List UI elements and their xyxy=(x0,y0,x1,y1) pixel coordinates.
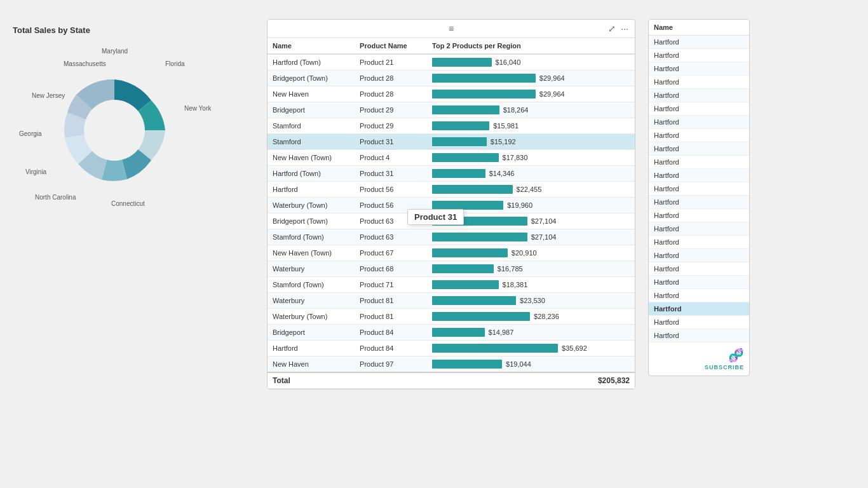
cell-product: Product 29 xyxy=(355,102,427,118)
list-item[interactable]: Hartford xyxy=(649,182,749,196)
cell-product: Product 56 xyxy=(355,182,427,198)
table-row: Waterbury (Town)Product 81$28,236 xyxy=(268,309,635,325)
cell-bar: $22,455 xyxy=(427,182,635,198)
label-northcarolina: North Carolina xyxy=(35,194,76,201)
cell-name: New Haven (Town) xyxy=(268,245,355,261)
cell-bar: $27,104 xyxy=(427,214,635,229)
cell-bar: $15,981 xyxy=(427,118,635,134)
label-massachusetts: Massachusetts xyxy=(64,60,106,67)
cell-product: Product 67 xyxy=(355,245,427,261)
label-newjersey: New Jersey xyxy=(32,92,65,99)
cell-name: New Haven xyxy=(268,356,355,373)
donut-hole xyxy=(84,100,145,161)
list-item[interactable]: Hartford xyxy=(649,116,749,129)
sidebar-list: HartfordHartfordHartfordHartfordHartford… xyxy=(649,36,749,342)
cell-name: Stamford (Town) xyxy=(268,277,355,293)
cell-bar: $16,040 xyxy=(427,54,635,71)
table-row: BridgeportProduct 84$14,987 xyxy=(268,325,635,341)
list-item[interactable]: Hartford xyxy=(649,36,749,49)
data-table: Name Product Name Top 2 Products per Reg… xyxy=(268,38,635,389)
table-row: StamfordProduct 29$15,981 xyxy=(268,118,635,134)
table-row: New HavenProduct 28$29,964 xyxy=(268,86,635,102)
list-item[interactable]: Hartford xyxy=(649,262,749,276)
list-item[interactable]: Hartford xyxy=(649,76,749,89)
list-item[interactable]: Hartford xyxy=(649,316,749,329)
cell-product: Product 29 xyxy=(355,118,427,134)
label-virginia: Virginia xyxy=(25,168,46,175)
donut-svg xyxy=(13,41,216,219)
list-item[interactable]: Hartford xyxy=(649,209,749,222)
expand-icon[interactable]: ⤢ xyxy=(608,24,616,34)
table-section: ≡ ⤢ ··· Name Product Name Top 2 Products… xyxy=(267,19,635,390)
list-item[interactable]: Hartford xyxy=(649,62,749,76)
list-item[interactable]: Hartford xyxy=(649,196,749,209)
right-sidebar: Name HartfordHartfordHartfordHartfordHar… xyxy=(648,19,750,376)
cell-name: Waterbury (Town) xyxy=(268,309,355,325)
cell-name: Waterbury (Town) xyxy=(268,198,355,214)
cell-product: Product 4 xyxy=(355,150,427,166)
table-row: New Haven (Town)Product 67$20,910 xyxy=(268,245,635,261)
total-value: $205,832 xyxy=(427,372,635,389)
donut-chart: Maryland Massachusetts New Jersey Georgi… xyxy=(13,41,216,219)
list-item[interactable]: Hartford xyxy=(649,249,749,262)
cell-product: Product 81 xyxy=(355,309,427,325)
label-florida: Florida xyxy=(165,60,185,67)
cell-bar: $23,530 xyxy=(427,293,635,309)
list-item[interactable]: Hartford xyxy=(649,89,749,102)
chart-title: Total Sales by State xyxy=(13,25,254,35)
cell-name: Bridgeport xyxy=(268,102,355,118)
table-row: HartfordProduct 56$22,455 xyxy=(268,182,635,198)
list-item[interactable]: Hartford xyxy=(649,222,749,236)
total-label: Total xyxy=(268,372,427,389)
table-content[interactable]: Name Product Name Top 2 Products per Reg… xyxy=(268,38,635,389)
cell-name: Waterbury xyxy=(268,293,355,309)
cell-name: Bridgeport xyxy=(268,325,355,341)
cell-product: Product 63 xyxy=(355,214,427,229)
list-item[interactable]: Hartford xyxy=(649,289,749,302)
cell-product: Product 68 xyxy=(355,261,427,277)
chart-section: Total Sales by State xyxy=(13,19,254,219)
table-row: Bridgeport (Town)Product 28$29,964 xyxy=(268,71,635,86)
label-newyork: New York xyxy=(184,105,211,112)
cell-bar: $19,960 xyxy=(427,198,635,214)
cell-product: Product 28 xyxy=(355,71,427,86)
cell-name: Bridgeport (Town) xyxy=(268,71,355,86)
table-row: New HavenProduct 97$19,044 xyxy=(268,356,635,373)
table-row: StamfordProduct 31$15,192 xyxy=(268,134,635,150)
col-product: Product Name xyxy=(355,38,427,54)
list-item[interactable]: Hartford xyxy=(649,142,749,156)
table-header-bar: ≡ ⤢ ··· xyxy=(268,20,635,38)
list-item[interactable]: Hartford xyxy=(649,129,749,142)
list-item[interactable]: Hartford xyxy=(649,49,749,62)
cell-bar: $29,964 xyxy=(427,86,635,102)
cell-bar: $18,381 xyxy=(427,277,635,293)
cell-bar: $15,192 xyxy=(427,134,635,150)
cell-name: Stamford xyxy=(268,134,355,150)
table-row: Stamford (Town)Product 63$27,104 xyxy=(268,229,635,245)
list-item[interactable]: Hartford xyxy=(649,329,749,342)
cell-bar: $20,910 xyxy=(427,245,635,261)
table-row: Stamford (Town)Product 71$18,381 xyxy=(268,277,635,293)
subscribe-text[interactable]: SUBSCRIBE xyxy=(705,364,744,370)
cell-product: Product 71 xyxy=(355,277,427,293)
list-item[interactable]: Hartford xyxy=(649,236,749,249)
total-row: Total$205,832 xyxy=(268,372,635,389)
cell-bar: $16,785 xyxy=(427,261,635,277)
table-row: Hartford (Town)Product 31$14,346 xyxy=(268,166,635,182)
cell-name: Hartford xyxy=(268,182,355,198)
col-top2: Top 2 Products per Region xyxy=(427,38,635,54)
table-row: Waterbury (Town)Product 56$19,960 xyxy=(268,198,635,214)
cell-bar: $35,692 xyxy=(427,341,635,356)
cell-product: Product 63 xyxy=(355,229,427,245)
list-item[interactable]: Hartford xyxy=(649,102,749,116)
list-item[interactable]: Hartford xyxy=(649,169,749,182)
list-item[interactable]: Hartford xyxy=(649,156,749,169)
cell-name: Stamford xyxy=(268,118,355,134)
more-icon[interactable]: ··· xyxy=(621,24,628,34)
cell-product: Product 84 xyxy=(355,341,427,356)
list-item[interactable]: Hartford xyxy=(649,302,749,316)
list-item[interactable]: Hartford xyxy=(649,276,749,289)
table-row: WaterburyProduct 68$16,785 xyxy=(268,261,635,277)
cell-product: Product 56 xyxy=(355,198,427,214)
subscribe-area: 🧬 SUBSCRIBE xyxy=(649,342,749,376)
